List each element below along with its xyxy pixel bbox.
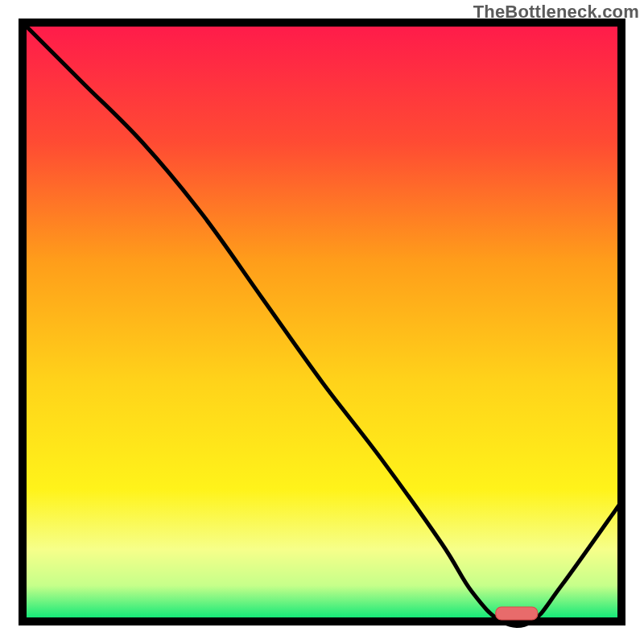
watermark-text: TheBottleneck.com [473,2,639,23]
optimal-marker [496,607,538,620]
plot-area [23,23,621,626]
bottleneck-chart [0,0,644,644]
chart-container: TheBottleneck.com [0,0,644,644]
